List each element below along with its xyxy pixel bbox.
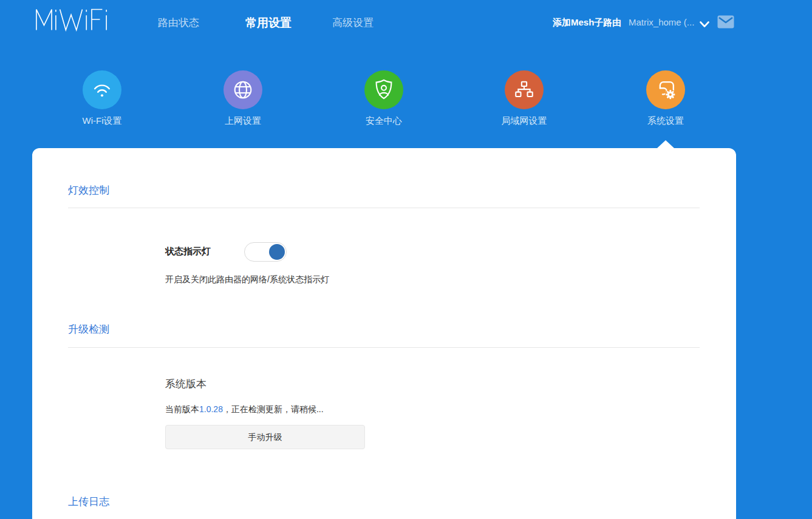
miwifi-logo-glyph: [35, 7, 110, 32]
version-status-text: 当前版本1.0.28，正在检测更新，请稍候...: [165, 404, 324, 415]
manual-upgrade-button[interactable]: 手动升级: [165, 425, 365, 449]
section-title-led-control: 灯效控制: [68, 183, 109, 197]
globe-icon[interactable]: [223, 70, 262, 109]
miwifi-logo[interactable]: [35, 7, 110, 32]
tab-common-settings[interactable]: 常用设置: [245, 15, 292, 31]
quicknav-item-internet-settings[interactable]: 上网设置: [194, 70, 292, 127]
selected-tab-pointer: [657, 140, 674, 148]
chevron-down-icon[interactable]: [700, 19, 709, 26]
envelope-icon[interactable]: [717, 15, 734, 29]
divider: [68, 208, 700, 208]
quicknav-label: 安全中心: [335, 115, 432, 127]
add-mesh-node-link[interactable]: 添加Mesh子路由: [553, 17, 621, 29]
system-version-heading: 系统版本: [165, 377, 206, 391]
wifi-icon[interactable]: [83, 70, 121, 109]
status-led-description: 开启及关闭此路由器的网络/系统状态指示灯: [165, 274, 329, 285]
quicknav-item-lan-settings[interactable]: 局域网设置: [476, 70, 573, 127]
router-selector[interactable]: Matrix_home (...: [629, 17, 694, 27]
status-led-toggle[interactable]: [244, 242, 287, 262]
tab-router-status[interactable]: 路由状态: [158, 16, 199, 30]
settings-card: 灯效控制 状态指示灯 开启及关闭此路由器的网络/系统状态指示灯 升级检测 系统版…: [32, 148, 736, 519]
quicknav-label: 局域网设置: [476, 115, 573, 127]
tab-advanced-settings[interactable]: 高级设置: [332, 16, 374, 30]
status-led-label: 状态指示灯: [165, 246, 211, 257]
toggle-knob: [269, 244, 285, 260]
lan-topology-icon[interactable]: [505, 70, 544, 109]
quicknav-label: Wi-Fi设置: [53, 115, 151, 127]
shield-user-icon[interactable]: [364, 70, 403, 109]
miwifi-settings-page: { "theme": { "background_blue": "#1980dc…: [0, 0, 812, 519]
version-prefix: 当前版本: [165, 404, 199, 414]
section-title-upgrade-check: 升级检测: [68, 322, 109, 336]
firmware-version: 1.0.28: [199, 404, 223, 414]
quicknav-item-system-settings[interactable]: 系统设置: [617, 70, 714, 127]
version-suffix: ，正在检测更新，请稍候...: [223, 404, 324, 414]
section-title-upload-log: 上传日志: [68, 495, 109, 509]
divider: [68, 347, 700, 348]
quicknav-item-wifi-settings[interactable]: Wi-Fi设置: [53, 70, 151, 127]
quicknav-label: 系统设置: [617, 115, 714, 127]
quicknav-label: 上网设置: [194, 115, 292, 127]
system-gear-icon[interactable]: [646, 70, 685, 109]
quicknav-item-security-center[interactable]: 安全中心: [335, 70, 432, 127]
